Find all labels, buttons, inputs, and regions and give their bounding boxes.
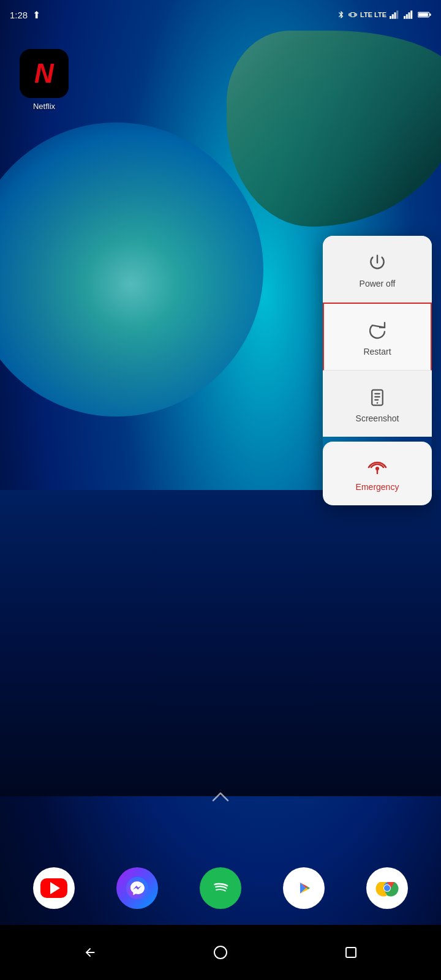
youtube-icon-bg (40, 878, 67, 898)
power-off-label: Power off (360, 279, 396, 288)
emergency-button[interactable]: Emergency (323, 442, 432, 505)
svg-rect-4 (404, 16, 405, 19)
screenshot-button[interactable]: Screenshot (323, 371, 432, 437)
status-left: 1:28 ⬆ (10, 9, 40, 21)
svg-rect-9 (418, 13, 428, 17)
power-off-icon (368, 253, 387, 273)
restart-label: Restart (363, 347, 391, 356)
youtube-dock-icon[interactable] (33, 867, 75, 909)
svg-point-18 (126, 877, 148, 899)
svg-rect-5 (406, 14, 408, 19)
restart-icon (368, 321, 387, 341)
svg-rect-1 (392, 14, 394, 19)
app-dock (0, 858, 441, 919)
time-display: 1:28 (10, 10, 28, 20)
lte-label: LTE LTE (360, 11, 386, 18)
emergency-label: Emergency (356, 482, 399, 492)
svg-point-19 (208, 876, 233, 900)
screenshot-label: Screenshot (356, 413, 399, 423)
netflix-label: Netflix (33, 102, 55, 111)
battery-icon (418, 10, 431, 19)
power-menu-top-card: Power off Restart Screenshot (323, 236, 432, 437)
google-play-icon-shape (292, 876, 315, 900)
netflix-icon-bg: N (20, 49, 69, 98)
svg-rect-2 (394, 12, 396, 19)
navigation-bar (0, 925, 441, 980)
power-menu: Power off Restart Screenshot (323, 236, 432, 505)
swipe-up-indicator (212, 790, 229, 805)
back-button[interactable] (77, 939, 104, 966)
recent-apps-button[interactable] (337, 939, 364, 966)
vibrate-icon (349, 9, 357, 20)
messenger-dock-icon[interactable] (116, 867, 158, 909)
home-circle (214, 946, 227, 959)
spotify-icon-shape (208, 876, 233, 900)
svg-rect-10 (429, 13, 431, 16)
status-bar: 1:28 ⬆ LTE LTE (0, 0, 441, 29)
messenger-icon-shape (126, 877, 148, 899)
upload-icon: ⬆ (32, 9, 40, 21)
chrome-dock-icon[interactable] (366, 867, 408, 909)
power-off-button[interactable]: Power off (323, 236, 432, 303)
svg-point-26 (384, 885, 390, 891)
recent-square (345, 947, 356, 958)
svg-rect-0 (390, 16, 391, 19)
google-play-dock-icon[interactable] (283, 867, 325, 909)
svg-rect-7 (410, 10, 412, 19)
netflix-letter: N (34, 58, 54, 89)
screenshot-icon (368, 388, 386, 407)
restart-button[interactable]: Restart (323, 303, 432, 371)
svg-rect-6 (409, 12, 410, 19)
chrome-icon-shape (375, 876, 399, 900)
svg-rect-3 (396, 10, 398, 19)
signal-icon (390, 10, 401, 20)
signal-icon2 (404, 10, 415, 20)
bluetooth-icon (337, 9, 345, 20)
spotify-dock-icon[interactable] (200, 867, 241, 909)
emergency-icon (366, 459, 388, 476)
svg-point-15 (377, 402, 379, 404)
youtube-play-triangle (50, 882, 60, 894)
home-button[interactable] (207, 939, 234, 966)
netflix-app-icon[interactable]: N Netflix (20, 49, 69, 111)
status-right: LTE LTE (337, 9, 431, 20)
